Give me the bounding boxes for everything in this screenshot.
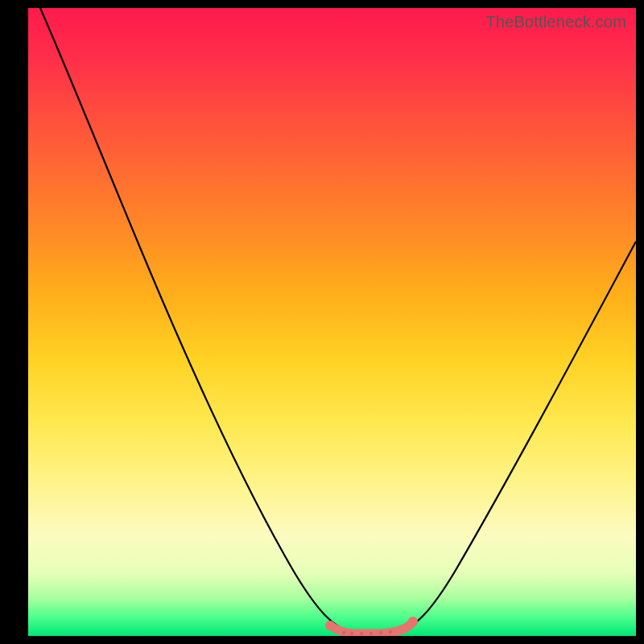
svg-point-3 [350, 632, 353, 635]
chart-container: TheBottleneck.com [0, 0, 644, 644]
valley-marker [325, 617, 418, 635]
svg-point-5 [369, 632, 373, 635]
bottleneck-curve [28, 8, 636, 636]
svg-point-6 [379, 631, 382, 634]
svg-point-4 [360, 632, 363, 635]
watermark-text: TheBottleneck.com [485, 13, 626, 31]
svg-point-2 [342, 631, 345, 634]
svg-point-7 [389, 630, 392, 634]
plot-area: TheBottleneck.com [28, 8, 636, 636]
svg-point-1 [408, 617, 418, 626]
curve-path [40, 8, 636, 631]
